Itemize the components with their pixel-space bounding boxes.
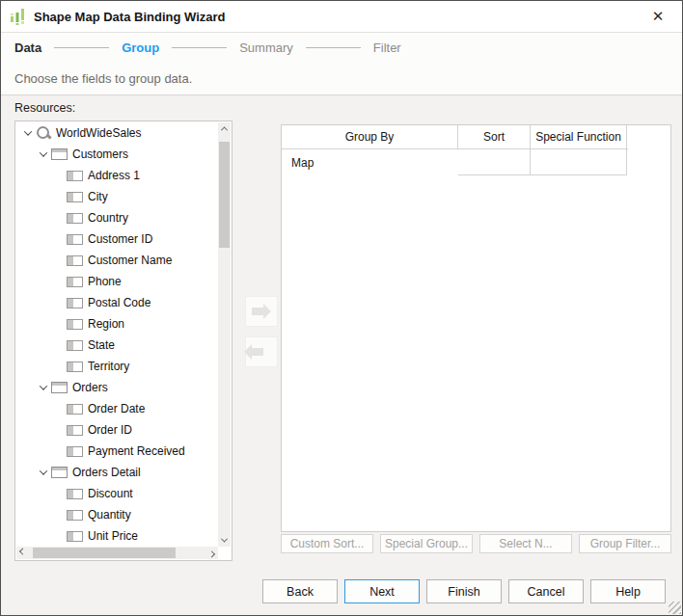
tree-item-phone[interactable]: Phone — [16, 271, 218, 292]
step-summary[interactable]: Summary — [239, 40, 293, 55]
horizontal-scrollbar-thumb[interactable] — [33, 548, 176, 558]
help-button[interactable]: Help — [590, 579, 666, 603]
field-icon — [67, 298, 83, 308]
step-connector — [172, 47, 227, 48]
table-row[interactable]: Map — [282, 149, 628, 175]
step-filter[interactable]: Filter — [373, 40, 401, 55]
chevron-down-icon[interactable] — [36, 147, 51, 162]
table-icon — [51, 148, 68, 160]
next-button[interactable]: Next — [344, 579, 420, 603]
tree-item-discount[interactable]: Discount — [16, 483, 218, 504]
resize-grip[interactable] — [669, 602, 681, 614]
tree-item-territory[interactable]: Territory — [16, 356, 218, 377]
tree-item-unit-price[interactable]: Unit Price — [16, 525, 218, 547]
arrow-right-icon — [252, 308, 263, 315]
table-icon — [51, 382, 68, 393]
chevron-down-icon[interactable] — [36, 380, 51, 395]
tree-item-postal-code[interactable]: Postal Code — [16, 292, 218, 313]
tree-horizontal-scrollbar[interactable] — [16, 547, 218, 559]
resources-label: Resources: — [14, 101, 75, 115]
back-button[interactable]: Back — [262, 579, 338, 603]
group-filter-button[interactable]: Group Filter... — [579, 534, 671, 553]
tree-item-order-date[interactable]: Order Date — [16, 398, 218, 419]
scroll-right-icon[interactable] — [205, 547, 218, 559]
field-icon — [67, 277, 83, 287]
field-icon — [67, 362, 83, 372]
cancel-button[interactable]: Cancel — [508, 579, 584, 603]
step-data[interactable]: Data — [14, 40, 41, 55]
tree-item-country[interactable]: Country — [16, 207, 218, 228]
close-icon[interactable]: ✕ — [643, 4, 672, 29]
tree-item-quantity[interactable]: Quantity — [16, 504, 218, 525]
scroll-left-icon[interactable] — [16, 547, 29, 559]
group-table-header: Group By Sort Special Function — [282, 125, 628, 149]
field-icon — [67, 446, 83, 457]
custom-sort-button[interactable]: Custom Sort... — [281, 534, 373, 553]
shape-map-data-binding-wizard-dialog: Shape Map Data Binding Wizard ✕ Data Gro… — [0, 0, 683, 616]
special-function-cell[interactable] — [531, 149, 627, 175]
column-header-sort: Sort — [458, 125, 531, 148]
add-field-button[interactable] — [245, 296, 278, 327]
app-chart-icon — [8, 7, 27, 26]
tree-item-city[interactable]: City — [16, 186, 218, 207]
tree-vertical-scrollbar[interactable] — [218, 122, 231, 547]
window-title: Shape Map Data Binding Wizard — [34, 10, 643, 24]
field-icon — [67, 171, 83, 181]
field-icon — [67, 404, 83, 415]
query-icon — [36, 125, 51, 141]
field-icon — [67, 489, 83, 499]
tree-item-payment-received[interactable]: Payment Received — [16, 441, 218, 462]
chevron-down-icon[interactable] — [20, 125, 36, 141]
step-connector — [54, 47, 109, 48]
field-icon — [67, 213, 83, 224]
chevron-down-icon[interactable] — [36, 465, 51, 480]
field-icon — [67, 510, 83, 521]
tree-item-worldwidesales[interactable]: WorldWideSales — [16, 122, 218, 144]
tree-item-order-id[interactable]: Order ID — [16, 419, 218, 441]
field-icon — [67, 255, 83, 266]
special-group-button[interactable]: Special Group... — [380, 534, 473, 553]
scroll-up-icon[interactable] — [218, 122, 231, 135]
wizard-instruction: Choose the fields to group data. — [14, 71, 192, 86]
tree-item-orders-detail[interactable]: Orders Detail — [16, 462, 218, 483]
wizard-steps: Data Group Summary Filter — [1, 33, 682, 63]
tree-viewport: WorldWideSales Customers Address 1 City — [16, 122, 218, 547]
step-connector — [306, 47, 361, 48]
column-header-special-function: Special Function — [531, 125, 627, 148]
scroll-down-icon[interactable] — [218, 534, 231, 547]
tree-item-region[interactable]: Region — [16, 313, 218, 335]
field-icon — [67, 340, 83, 351]
field-icon — [67, 192, 83, 202]
field-icon — [67, 319, 83, 330]
tree-item-customers[interactable]: Customers — [16, 144, 218, 165]
group-actions-row: Custom Sort... Special Group... Select N… — [281, 534, 671, 553]
select-n-button[interactable]: Select N... — [479, 534, 572, 553]
tree-item-state[interactable]: State — [16, 335, 218, 356]
tree-item-customer-name[interactable]: Customer Name — [16, 250, 218, 271]
tree-item-address-1[interactable]: Address 1 — [16, 165, 218, 186]
tree-item-orders[interactable]: Orders — [16, 377, 218, 398]
group-by-panel: Group By Sort Special Function Map — [281, 124, 671, 532]
column-header-group-by: Group By — [282, 125, 458, 148]
field-icon — [67, 531, 83, 542]
finish-button[interactable]: Finish — [426, 579, 502, 603]
step-group[interactable]: Group — [122, 40, 159, 55]
group-by-cell[interactable]: Map — [282, 149, 458, 175]
field-icon — [67, 425, 83, 436]
title-bar: Shape Map Data Binding Wizard ✕ — [1, 1, 682, 33]
table-icon — [51, 467, 68, 478]
subtitle-bar: Choose the fields to group data. — [1, 63, 682, 95]
remove-field-button[interactable] — [245, 336, 278, 367]
sort-cell[interactable] — [458, 149, 531, 175]
dialog-body: Resources: WorldWideSales Customers Addr… — [1, 95, 682, 615]
tree-item-customer-id[interactable]: Customer ID — [16, 228, 218, 250]
resources-tree: WorldWideSales Customers Address 1 City — [14, 121, 232, 561]
field-icon — [67, 234, 83, 245]
vertical-scrollbar-thumb[interactable] — [219, 142, 230, 248]
arrow-left-icon — [252, 348, 263, 356]
